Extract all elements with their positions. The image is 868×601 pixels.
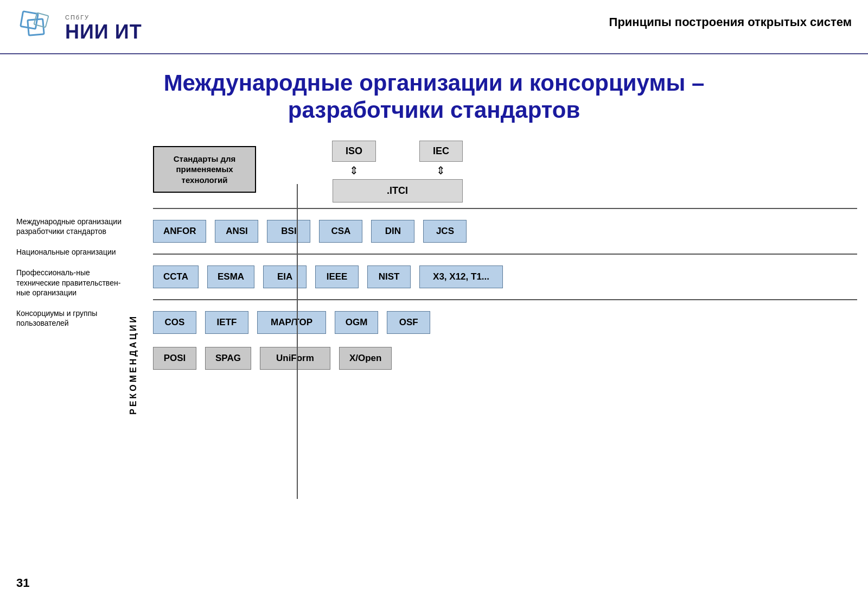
logo-name-label: НИИ ИТ (65, 21, 142, 43)
diagram-area: Стандарты для применяемых технологий ISO… (142, 141, 857, 415)
logo-icon (16, 10, 60, 48)
box-ogm: OGM (335, 311, 378, 334)
standards-box: Стандарты для применяемых технологий (153, 146, 256, 193)
box-eia: EIA (263, 265, 307, 288)
title-line1: Международные организации и консорциумы … (164, 70, 705, 96)
header: СПбГУ НИИ ИТ Принципы построения открыты… (0, 0, 868, 54)
iso-iec-container: ISO IEC ⇕ ⇕ .ITCI (332, 141, 463, 203)
left-labels: Международные организации разработчики с… (11, 141, 125, 415)
box-posi: POSI (153, 347, 196, 370)
left-label-4: Консорциумы и группы пользователей (16, 308, 125, 328)
row1-boxes: ANFOR ANSI BSI CSA DIN JCS (153, 213, 857, 249)
row4-boxes: POSI SPAG UniForm X/Open (153, 340, 857, 376)
box-csa: CSA (319, 220, 362, 243)
box-bsi: BSI (267, 220, 310, 243)
separator-3 (153, 299, 857, 300)
box-din: DIN (371, 220, 414, 243)
left-label-1: Международные организации разработчики с… (16, 217, 125, 236)
header-title: Принципы построения открытых систем (609, 10, 852, 29)
box-uniform: UniForm (260, 347, 330, 370)
left-label-2: Национальные организации (16, 247, 125, 257)
box-xopen: X/Open (339, 347, 392, 370)
iso-iec-row: ISO IEC (332, 141, 463, 162)
box-jcs: JCS (423, 220, 467, 243)
itci-box: .ITCI (333, 179, 463, 203)
row2-boxes: CCTA ESMA EIA IEEE NIST X3, X12, T1... (153, 259, 857, 295)
left-label-3: Профессиональ-ные технические правительс… (16, 268, 125, 298)
box-x3: X3, X12, T1... (419, 265, 503, 288)
box-anfor: ANFOR (153, 220, 206, 243)
page-number: 31 (16, 576, 29, 590)
content-area: Международные организации разработчики с… (0, 135, 868, 415)
arrows-row: ⇕ ⇕ (333, 164, 463, 177)
box-ieee: IEEE (315, 265, 359, 288)
separator-1 (153, 208, 857, 209)
arrow-down-iso: ⇕ (333, 164, 376, 177)
logo-area: СПбГУ НИИ ИТ (16, 10, 142, 48)
separator-2 (153, 254, 857, 255)
box-cos: COS (153, 311, 196, 334)
box-maptop: MAP/TOP (257, 311, 326, 334)
box-ietf: IETF (205, 311, 248, 334)
box-osf: OSF (387, 311, 430, 334)
arrow-down-iec: ⇕ (419, 164, 463, 177)
iso-box: ISO (332, 141, 376, 162)
box-ccta: CCTA (153, 265, 199, 288)
box-ansi: ANSI (215, 220, 258, 243)
vertical-connector-line (297, 184, 298, 499)
logo-text: СПбГУ НИИ ИТ (65, 14, 142, 43)
title-line2: разработчики стандартов (288, 97, 580, 123)
spbgu-label: СПбГУ (65, 14, 142, 21)
recommendations-vertical-text: РЕКОМЕНДАЦИИ (129, 314, 138, 415)
box-spag: SPAG (205, 347, 251, 370)
box-esma: ESMA (207, 265, 254, 288)
main-title: Международные организации и консорциумы … (0, 54, 868, 135)
iec-box: IEC (419, 141, 463, 162)
row3-boxes: COS IETF MAP/TOP OGM OSF (153, 305, 857, 340)
box-nist: NIST (367, 265, 411, 288)
top-boxes-row: Стандарты для применяемых технологий ISO… (153, 141, 857, 203)
vertical-text-column: РЕКОМЕНДАЦИИ (125, 141, 142, 415)
